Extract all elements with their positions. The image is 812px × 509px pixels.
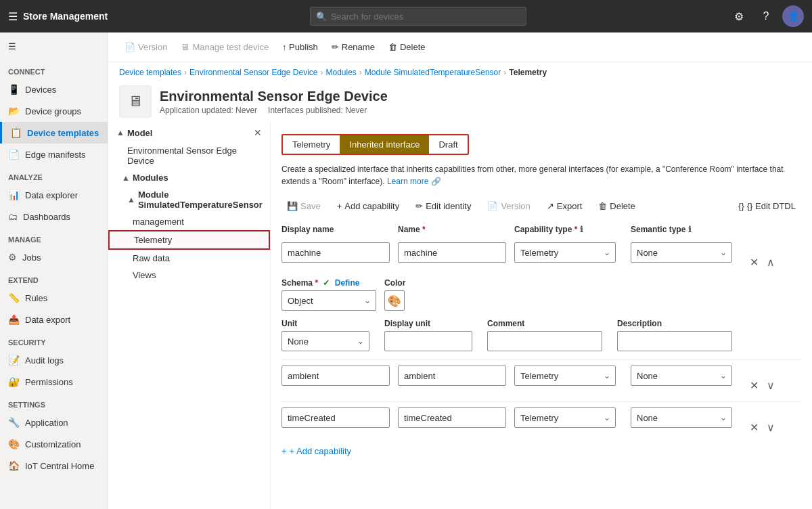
manage-test-device-button[interactable]: 🖥 Manage test device (175, 39, 274, 55)
tab-inherited-interface[interactable]: Inherited interface (340, 135, 429, 154)
version-sec-icon: 📄 (487, 201, 498, 211)
delete-sec-btn[interactable]: 🗑 Delete (593, 198, 641, 214)
sidebar-item-jobs[interactable]: ⚙ Jobs (0, 246, 108, 268)
publish-button[interactable]: ↑ Publish (277, 39, 323, 55)
color-picker-btn[interactable]: 🎨 (384, 290, 405, 311)
sidebar-item-dashboards[interactable]: 🗂 Dashboards (0, 206, 108, 227)
device-info: Environmental Sensor Edge Device Applica… (160, 89, 388, 115)
remove-ambient-btn[interactable]: ✕ (747, 378, 761, 393)
sidebar-item-devices[interactable]: 📱 Devices (0, 79, 108, 100)
name-input-timecreated[interactable] (398, 407, 506, 428)
expand-machine-btn[interactable]: ∧ (764, 255, 777, 270)
sidebar-item-iot-central-home[interactable]: 🏠 IoT Central Home (0, 455, 108, 477)
sidebar-label-dashboards: Dashboards (23, 212, 70, 222)
tree-raw-data[interactable]: Raw data ✏ (108, 250, 270, 267)
model-collapse-btn[interactable]: ▲ (116, 128, 125, 137)
sidebar-item-audit-logs[interactable]: 📝 Audit logs (0, 349, 108, 371)
tree-views[interactable]: Views (108, 267, 270, 284)
semantic-type-select-machine[interactable]: None Temperature Humidity (631, 242, 732, 263)
display-name-input-machine[interactable] (281, 242, 390, 263)
module-simulated-section[interactable]: ▲ Module SimulatedTemperatureSensor (108, 186, 270, 213)
topnav-icons: ⚙ ? 👤 (728, 5, 804, 27)
capability-type-select-ambient[interactable]: Telemetry Property Command (514, 366, 616, 386)
remove-timecreated-btn[interactable]: ✕ (747, 420, 761, 435)
search-input[interactable] (331, 12, 520, 22)
split-view: ▲ Model ✕ Environmental Sensor Edge Devi… (108, 123, 812, 509)
capability-type-select-machine[interactable]: Telemetry Property Command (514, 242, 616, 263)
capability-type-select-timecreated[interactable]: Telemetry Property Command (514, 407, 616, 428)
sidebar-item-edge-manifests[interactable]: 📄 Edge manifests (0, 143, 108, 165)
comment-input[interactable] (487, 331, 602, 351)
sidebar-toggle[interactable]: ☰ (0, 32, 108, 60)
unit-select[interactable]: None Celsius Fahrenheit (281, 331, 369, 351)
name-input-machine[interactable] (398, 242, 506, 263)
sidebar-item-device-templates[interactable]: 📋 Device templates (0, 122, 108, 143)
color-group: Color 🎨 (384, 278, 405, 311)
sidebar-item-permissions[interactable]: 🔐 Permissions (0, 371, 108, 393)
edit-identity-btn[interactable]: ✏ Edit identity (410, 198, 476, 214)
model-close-btn[interactable]: ✕ (254, 127, 262, 138)
device-templates-icon: 📋 (10, 127, 22, 138)
description-input[interactable] (617, 331, 732, 351)
sidebar-label-jobs: Jobs (22, 252, 41, 263)
sidebar-item-application[interactable]: 🔧 Application (0, 412, 108, 433)
sidebar-item-data-explorer[interactable]: 📊 Data explorer (0, 184, 108, 206)
breadcrumb-device-templates[interactable]: Device templates (119, 68, 181, 77)
module-sim-collapse-btn[interactable]: ▲ (127, 195, 135, 204)
modules-section[interactable]: ▲ Modules (108, 169, 270, 186)
sidebar-label-data-export: Data export (25, 315, 70, 325)
edit-dtdl-btn[interactable]: {} {} Edit DTDL (733, 198, 801, 214)
user-avatar-button[interactable]: 👤 (782, 5, 804, 27)
search-icon: 🔍 (316, 12, 327, 22)
save-btn[interactable]: 💾 Save (281, 198, 326, 214)
tree-env-sensor[interactable]: Environmental Sensor Edge Device (108, 142, 270, 169)
add-capability-btn[interactable]: + Add capability (332, 198, 405, 214)
edge-manifests-icon: 📄 (8, 149, 20, 160)
tab-draft[interactable]: Draft (429, 135, 467, 154)
version-sec-btn[interactable]: 📄 Version (482, 198, 535, 214)
help-button[interactable]: ? (755, 5, 777, 27)
app-title: Store Management (23, 11, 108, 22)
schema-label: Schema * ✓ Define (281, 278, 376, 288)
tree-management[interactable]: management (108, 213, 270, 230)
add-capability-bottom-btn[interactable]: + + Add capability (281, 443, 351, 459)
expand-ambient-btn[interactable]: ∨ (764, 378, 777, 393)
expand-timecreated-btn[interactable]: ∨ (764, 420, 777, 435)
semantic-type-select-ambient[interactable]: None Temperature Humidity (631, 366, 732, 386)
search-box: 🔍 (310, 7, 526, 26)
settings-button[interactable]: ⚙ (728, 5, 750, 27)
version-button[interactable]: 📄 Version (119, 39, 173, 55)
sidebar-item-data-export[interactable]: 📤 Data export (0, 309, 108, 330)
hamburger-icon[interactable]: ☰ (8, 10, 18, 23)
display-name-input-ambient[interactable] (281, 366, 390, 386)
name-required: * (422, 225, 426, 234)
row-actions-timecreated: ✕ ∨ (747, 420, 777, 435)
save-icon: 💾 (287, 201, 298, 211)
semantic-type-select-timecreated[interactable]: None Temperature Humidity (631, 407, 732, 428)
breadcrumb-env-sensor[interactable]: Environmental Sensor Edge Device (189, 68, 317, 77)
cap-info-icon: ℹ (580, 225, 583, 234)
name-input-ambient[interactable] (398, 366, 506, 386)
sidebar-item-rules[interactable]: 📏 Rules (0, 287, 108, 309)
form-row-machine: Telemetry Property Command None Temperat… (281, 242, 801, 270)
export-btn[interactable]: ↗ Export (541, 198, 588, 214)
learn-more-link[interactable]: Learn more (387, 177, 428, 186)
tab-telemetry[interactable]: Telemetry (283, 135, 340, 154)
breadcrumb-modules[interactable]: Modules (325, 68, 356, 77)
modules-collapse-btn[interactable]: ▲ (122, 173, 130, 183)
schema-select[interactable]: Object Array Boolean (281, 290, 376, 311)
remove-machine-btn[interactable]: ✕ (747, 255, 761, 270)
breadcrumb-module-sensor[interactable]: Module SimulatedTemperatureSensor (365, 68, 501, 77)
sidebar-label-device-groups: Device groups (25, 106, 81, 116)
device-groups-icon: 📂 (8, 106, 20, 116)
rename-button[interactable]: ✏ Rename (326, 39, 380, 55)
display-unit-input[interactable] (384, 331, 472, 351)
model-section-header[interactable]: ▲ Model ✕ (108, 123, 270, 142)
sidebar-label-edge-manifests: Edge manifests (25, 150, 86, 160)
devices-icon: 📱 (8, 84, 20, 95)
sidebar-item-device-groups[interactable]: 📂 Device groups (0, 100, 108, 122)
delete-button[interactable]: 🗑 Delete (383, 39, 431, 55)
sidebar-item-customization[interactable]: 🎨 Customization (0, 433, 108, 455)
display-name-input-timecreated[interactable] (281, 407, 390, 428)
tree-telemetry[interactable]: Telemetry (108, 230, 270, 250)
